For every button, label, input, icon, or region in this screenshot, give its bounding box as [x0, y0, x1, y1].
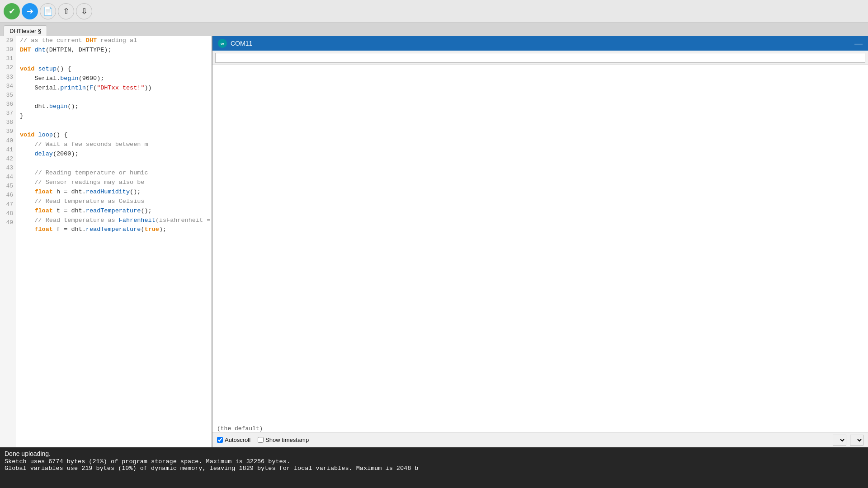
serial-selects — [833, 435, 863, 446]
timestamp-checkbox[interactable] — [258, 437, 264, 443]
timestamp-label[interactable]: Show timestamp — [258, 436, 309, 443]
code-editor: 2930313233343536373839404142434445464748… — [0, 36, 212, 447]
done-label: Done uploading. — [5, 450, 863, 457]
tab-bar: DHTtester § — [0, 23, 868, 36]
save-button[interactable]: ⇩ — [76, 3, 92, 19]
toolbar: ✔ ➜ 📄 ⇧ ⇩ — [0, 0, 868, 23]
serial-monitor: ∞ COM11 — (the default) Autoscroll Show … — [212, 36, 868, 447]
serial-output — [212, 65, 868, 424]
baud-select[interactable] — [850, 435, 863, 446]
status-bar: Done uploading. Sketch uses 6774 bytes (… — [0, 447, 868, 488]
status-line1: Sketch uses 6774 bytes (21%) of program … — [5, 458, 863, 465]
code-content[interactable]: // as the current DHT reading alDHT dht(… — [16, 36, 212, 447]
autoscroll-checkbox[interactable] — [217, 437, 223, 443]
serial-titlebar: ∞ COM11 — — [212, 36, 868, 51]
arduino-logo: ∞ — [218, 39, 227, 48]
newline-select[interactable] — [833, 435, 846, 446]
status-line2: Global variables use 219 bytes (10%) of … — [5, 465, 863, 472]
tab-dht-tester[interactable]: DHTtester § — [4, 25, 47, 36]
serial-title: COM11 — [231, 40, 252, 47]
scroll-hint: (the default) — [212, 424, 868, 432]
line-numbers: 2930313233343536373839404142434445464748… — [0, 36, 16, 447]
serial-input-bar — [212, 51, 868, 65]
new-button[interactable]: 📄 — [40, 3, 56, 19]
serial-controls: Autoscroll Show timestamp — [212, 432, 868, 447]
verify-button[interactable]: ✔ — [4, 3, 20, 19]
autoscroll-label[interactable]: Autoscroll — [217, 436, 250, 443]
open-button[interactable]: ⇧ — [58, 3, 74, 19]
serial-minimize-button[interactable]: — — [854, 39, 863, 48]
serial-input[interactable] — [215, 53, 865, 63]
upload-button[interactable]: ➜ — [22, 3, 38, 19]
